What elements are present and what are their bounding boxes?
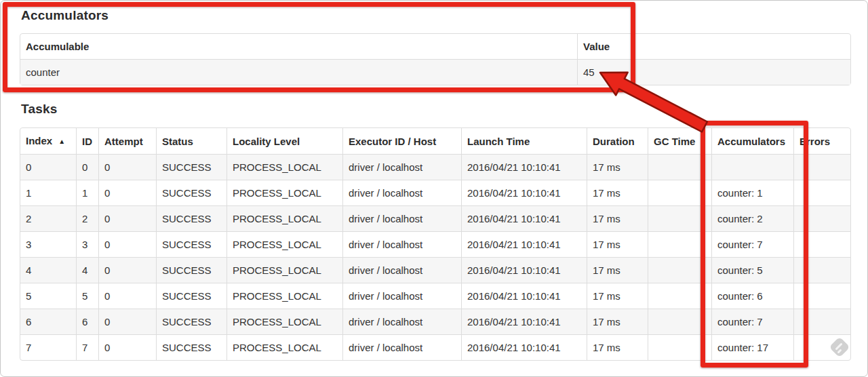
table-cell: 6 bbox=[76, 309, 98, 334]
column-header-executor-id-host[interactable]: Executor ID / Host bbox=[342, 128, 461, 154]
table-cell bbox=[648, 309, 711, 334]
table-cell: 0 bbox=[98, 231, 156, 257]
table-cell: 0 bbox=[98, 334, 156, 360]
table-cell: 2016/04/21 10:10:41 bbox=[461, 180, 587, 205]
table-cell: driver / localhost bbox=[342, 205, 461, 231]
spark-stage-page: Accumulators AccumulableValuecounter45 T… bbox=[1, 1, 867, 361]
table-cell: 2016/04/21 10:10:41 bbox=[461, 283, 587, 309]
table-cell: driver / localhost bbox=[342, 257, 461, 283]
table-cell: 2016/04/21 10:10:41 bbox=[461, 154, 587, 180]
table-cell: SUCCESS bbox=[156, 180, 226, 205]
table-cell bbox=[648, 154, 711, 180]
table-cell bbox=[648, 205, 711, 231]
tasks-table: Index▲IDAttemptStatusLocality LevelExecu… bbox=[20, 127, 851, 361]
table-cell: driver / localhost bbox=[342, 283, 461, 309]
table-cell: SUCCESS bbox=[156, 309, 226, 334]
table-cell: 17 ms bbox=[587, 180, 648, 205]
column-header-status[interactable]: Status bbox=[156, 128, 226, 154]
table-cell bbox=[648, 257, 711, 283]
table-cell: 7 bbox=[76, 334, 98, 360]
table-cell: 17 ms bbox=[587, 334, 648, 360]
table-cell: counter: 5 bbox=[711, 257, 793, 283]
table-cell bbox=[648, 283, 711, 309]
accumulators-table: AccumulableValuecounter45 bbox=[20, 33, 851, 85]
table-row: 550SUCCESSPROCESS_LOCALdriver / localhos… bbox=[20, 283, 850, 309]
table-cell bbox=[793, 154, 850, 180]
table-cell: PROCESS_LOCAL bbox=[226, 205, 342, 231]
header-row: AccumulableValue bbox=[20, 34, 850, 59]
column-header-index[interactable]: Index▲ bbox=[20, 128, 76, 154]
table-cell: 45 bbox=[577, 59, 850, 85]
table-cell: 17 ms bbox=[587, 154, 648, 180]
table-row: 770SUCCESSPROCESS_LOCALdriver / localhos… bbox=[20, 334, 850, 360]
table-cell: driver / localhost bbox=[342, 154, 461, 180]
table-row: counter45 bbox=[20, 59, 850, 85]
table-cell bbox=[793, 231, 850, 257]
table-cell: 1 bbox=[76, 180, 98, 205]
table-cell: SUCCESS bbox=[156, 231, 226, 257]
table-cell: driver / localhost bbox=[342, 231, 461, 257]
table-cell: SUCCESS bbox=[156, 154, 226, 180]
table-cell: counter: 7 bbox=[711, 309, 793, 334]
feedly-watermark-icon bbox=[827, 335, 852, 359]
table-cell: PROCESS_LOCAL bbox=[226, 231, 342, 257]
screenshot-frame: Accumulators AccumulableValuecounter45 T… bbox=[0, 0, 868, 377]
table-cell: 0 bbox=[98, 180, 156, 205]
table-cell bbox=[648, 180, 711, 205]
column-header-errors[interactable]: Errors bbox=[793, 128, 850, 154]
table-cell: 0 bbox=[20, 154, 76, 180]
column-header-value[interactable]: Value bbox=[577, 34, 850, 59]
table-cell: counter: 6 bbox=[711, 283, 793, 309]
table-cell: 0 bbox=[98, 205, 156, 231]
table-cell bbox=[648, 334, 711, 360]
table-cell: counter bbox=[20, 59, 577, 85]
sort-ascending-icon: ▲ bbox=[58, 138, 65, 145]
column-header-accumulable[interactable]: Accumulable bbox=[20, 34, 577, 59]
tasks-section-title: Tasks bbox=[21, 102, 867, 117]
header-row: Index▲IDAttemptStatusLocality LevelExecu… bbox=[20, 128, 850, 154]
table-cell: 0 bbox=[98, 283, 156, 309]
column-header-gc-time[interactable]: GC Time bbox=[648, 128, 711, 154]
table-cell bbox=[793, 257, 850, 283]
table-cell: 0 bbox=[76, 154, 98, 180]
table-cell bbox=[793, 180, 850, 205]
table-cell: 17 ms bbox=[587, 309, 648, 334]
table-cell: 17 ms bbox=[587, 231, 648, 257]
accumulators-section-title: Accumulators bbox=[21, 8, 867, 23]
column-header-id[interactable]: ID bbox=[76, 128, 98, 154]
table-cell: 2 bbox=[20, 205, 76, 231]
table-cell: PROCESS_LOCAL bbox=[226, 257, 342, 283]
table-row: 660SUCCESSPROCESS_LOCALdriver / localhos… bbox=[20, 309, 850, 334]
table-cell: 2016/04/21 10:10:41 bbox=[461, 334, 587, 360]
column-header-duration[interactable]: Duration bbox=[587, 128, 648, 154]
table-cell: SUCCESS bbox=[156, 334, 226, 360]
table-cell: 5 bbox=[20, 283, 76, 309]
table-cell bbox=[711, 154, 793, 180]
table-cell: SUCCESS bbox=[156, 283, 226, 309]
table-cell: PROCESS_LOCAL bbox=[226, 334, 342, 360]
table-row: 000SUCCESSPROCESS_LOCALdriver / localhos… bbox=[20, 154, 850, 180]
table-cell: driver / localhost bbox=[342, 309, 461, 334]
table-cell: counter: 2 bbox=[711, 205, 793, 231]
table-cell: driver / localhost bbox=[342, 334, 461, 360]
column-header-attempt[interactable]: Attempt bbox=[98, 128, 156, 154]
table-cell: counter: 7 bbox=[711, 231, 793, 257]
table-cell: PROCESS_LOCAL bbox=[226, 180, 342, 205]
column-header-accumulators[interactable]: Accumulators bbox=[711, 128, 793, 154]
table-cell: driver / localhost bbox=[342, 180, 461, 205]
table-cell bbox=[793, 205, 850, 231]
table-cell: SUCCESS bbox=[156, 257, 226, 283]
column-header-locality-level[interactable]: Locality Level bbox=[226, 128, 342, 154]
table-cell: 17 ms bbox=[587, 205, 648, 231]
table-cell: 2 bbox=[76, 205, 98, 231]
table-cell bbox=[648, 231, 711, 257]
table-cell: 0 bbox=[98, 309, 156, 334]
table-cell: 6 bbox=[20, 309, 76, 334]
table-cell: PROCESS_LOCAL bbox=[226, 154, 342, 180]
table-cell: 17 ms bbox=[587, 283, 648, 309]
table-cell: 2016/04/21 10:10:41 bbox=[461, 205, 587, 231]
table-cell: 2016/04/21 10:10:41 bbox=[461, 309, 587, 334]
column-header-launch-time[interactable]: Launch Time bbox=[461, 128, 587, 154]
table-row: 220SUCCESSPROCESS_LOCALdriver / localhos… bbox=[20, 205, 850, 231]
table-cell: 4 bbox=[76, 257, 98, 283]
